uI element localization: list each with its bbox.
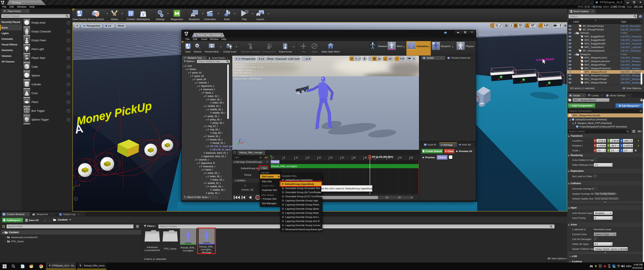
svg-text:Z: Z xyxy=(240,139,242,141)
svg-text:X: X xyxy=(78,183,80,186)
svg-text:X: X xyxy=(243,140,244,142)
svg-text:Y: Y xyxy=(236,142,238,145)
svg-text:Y: Y xyxy=(73,189,75,191)
svg-text:Z: Z xyxy=(76,181,78,183)
svg-text:?: ? xyxy=(75,198,76,200)
